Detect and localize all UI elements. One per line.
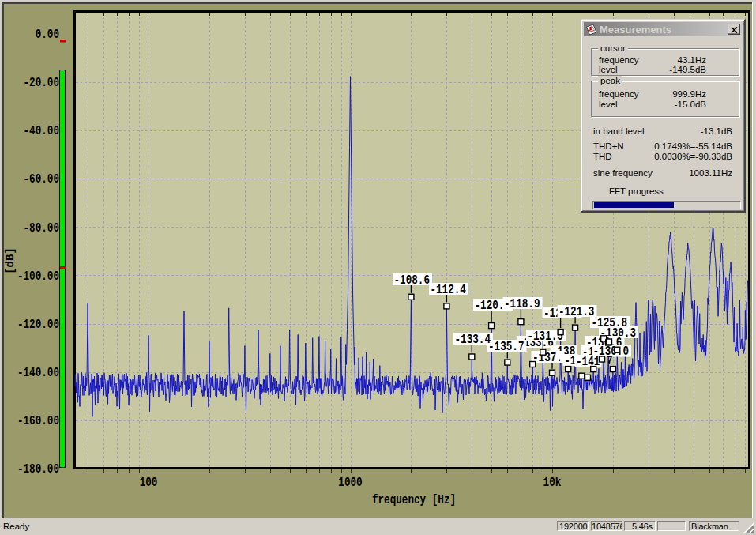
svg-text:-140.00: -140.00 — [17, 366, 59, 380]
svg-text:10k: 10k — [543, 476, 562, 490]
svg-text:-137.: -137. — [532, 351, 562, 365]
svg-text:1000: 1000 — [338, 476, 362, 490]
svg-text:-180.00: -180.00 — [17, 462, 59, 477]
svg-text:-160.00: -160.00 — [17, 414, 59, 428]
svg-text:-80.00: -80.00 — [23, 220, 58, 235]
svg-text:-133.4: -133.4 — [455, 333, 491, 347]
svg-text:-40.00: -40.00 — [23, 124, 58, 138]
svg-text:frequency [Hz]: frequency [Hz] — [372, 493, 456, 507]
svg-text:-60.00: -60.00 — [23, 172, 58, 186]
svg-text:-108.6: -108.6 — [393, 273, 429, 288]
svg-text:100: 100 — [140, 476, 158, 490]
svg-text:[dB]: [dB] — [4, 247, 17, 274]
svg-text:-100.00: -100.00 — [17, 269, 59, 283]
svg-text:-20.00: -20.00 — [23, 76, 58, 90]
svg-text:7: 7 — [607, 354, 613, 368]
svg-text:-121.3: -121.3 — [559, 305, 594, 319]
svg-text:-118.9: -118.9 — [504, 297, 540, 311]
svg-text:0.00: 0.00 — [36, 28, 59, 42]
svg-text:-120.00: -120.00 — [17, 317, 59, 331]
svg-text:-112.4: -112.4 — [430, 283, 466, 297]
svg-text:-1: -1 — [564, 354, 576, 368]
svg-text:-135.7: -135.7 — [488, 340, 524, 354]
